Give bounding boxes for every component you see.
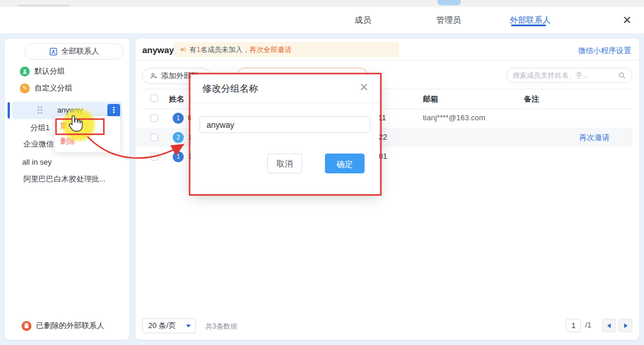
modal-divider <box>191 103 379 103</box>
all-contacts-label: 全部联系人 <box>61 46 99 57</box>
col-header-email: 邮箱 <box>423 94 438 104</box>
col-header-name: 姓名 <box>169 94 184 104</box>
banner-text-prefix: 有 <box>190 46 197 54</box>
contact-book-icon <box>49 47 58 56</box>
banner-count: 1 <box>197 46 201 54</box>
header-divider <box>135 60 639 61</box>
next-page-button[interactable] <box>618 319 632 332</box>
custom-group-label: 自定义分组 <box>34 83 72 93</box>
invite-all-again-link[interactable]: 再次全部邀请 <box>250 46 292 54</box>
modal-close-icon[interactable]: ✕ <box>357 81 371 95</box>
tab-members[interactable]: 成员 <box>355 15 371 26</box>
selected-indicator-bar <box>8 102 10 119</box>
cancel-button[interactable]: 取消 <box>267 154 302 173</box>
active-tab-underline <box>511 25 546 26</box>
group-name-input[interactable] <box>200 116 370 133</box>
arrow-left-icon <box>607 323 611 328</box>
avatar: 2 <box>173 132 184 143</box>
person-add-icon <box>149 72 158 80</box>
page-size-value: 20 条/页 <box>148 321 176 330</box>
background-artifact <box>18 5 70 6</box>
row-checkbox[interactable] <box>150 134 158 141</box>
cell-email: tianj****@163.com <box>423 113 485 122</box>
megaphone-icon <box>180 46 187 53</box>
sidebar-item-deleted-contacts[interactable]: 已删除的外部联系人 <box>5 318 130 334</box>
avatar: 1 <box>173 151 184 162</box>
member-search-box[interactable] <box>506 68 632 83</box>
close-icon[interactable]: ✕ <box>620 13 635 28</box>
col-header-remark: 备注 <box>524 94 539 104</box>
row-checkbox[interactable] <box>150 114 158 122</box>
invite-again-link[interactable]: 再次邀请 <box>579 133 610 143</box>
search-icon <box>618 72 626 79</box>
page-total-label: /1 <box>585 320 592 329</box>
more-vertical-icon[interactable]: ⋮ <box>107 104 120 117</box>
person-icon <box>20 67 30 76</box>
page-size-select[interactable]: 20 条/页 <box>142 318 196 333</box>
sidebar-item-default-group[interactable]: 默认分组 <box>5 64 130 79</box>
sidebar-group-item-3[interactable]: all in sey <box>5 154 130 170</box>
pencil-icon: ✎ <box>20 83 30 93</box>
confirm-button[interactable]: 确定 <box>325 154 365 173</box>
tab-admins[interactable]: 管理员 <box>436 15 461 26</box>
app-window: 成员 管理员 外部联系人 ✕ 全部联系人 默认分组 ✎ 自定义分组 + anyw… <box>0 0 644 345</box>
row-checkbox[interactable] <box>150 153 158 161</box>
arrow-right-icon <box>624 323 628 328</box>
select-all-checkbox[interactable] <box>150 95 158 102</box>
deleted-contacts-label: 已删除的外部联系人 <box>36 320 104 331</box>
click-highlight <box>61 107 96 142</box>
background-window-strip <box>0 0 644 7</box>
background-blob <box>438 0 461 5</box>
top-tab-bar: 成员 管理员 外部联系人 ✕ <box>0 7 644 34</box>
trash-icon <box>22 321 32 331</box>
sidebar-item-custom-group[interactable]: ✎ 自定义分组 + <box>5 81 130 96</box>
search-input[interactable] <box>513 71 615 79</box>
default-group-label: 默认分组 <box>34 66 65 76</box>
invite-warning-banner: 有1名成员未加入，再次全部邀请 <box>174 42 399 57</box>
drag-handle-icon[interactable] <box>37 106 43 114</box>
chevron-down-icon <box>186 325 191 327</box>
all-contacts-button[interactable]: 全部联系人 <box>24 43 124 60</box>
sidebar-group-item-4[interactable]: 阿里巴巴白木胶处理批... <box>5 171 130 187</box>
prev-page-button[interactable] <box>602 319 616 332</box>
rename-group-modal: 修改分组名称 ✕ 取消 确定 <box>191 75 379 194</box>
current-page-input[interactable]: 1 <box>566 319 581 332</box>
mini-program-settings-link[interactable]: 微信小程序设置 <box>578 46 631 56</box>
contacts-sidebar: 全部联系人 默认分组 ✎ 自定义分组 + anyway ⋮ 分组1 企业微信 a… <box>5 39 130 340</box>
total-count-label: 共3条数据 <box>205 322 237 332</box>
page-title: anyway <box>142 45 174 55</box>
avatar: 1 <box>173 113 184 124</box>
banner-text-mid: 名成员未加入， <box>201 46 250 54</box>
modal-title: 修改分组名称 <box>202 83 258 95</box>
